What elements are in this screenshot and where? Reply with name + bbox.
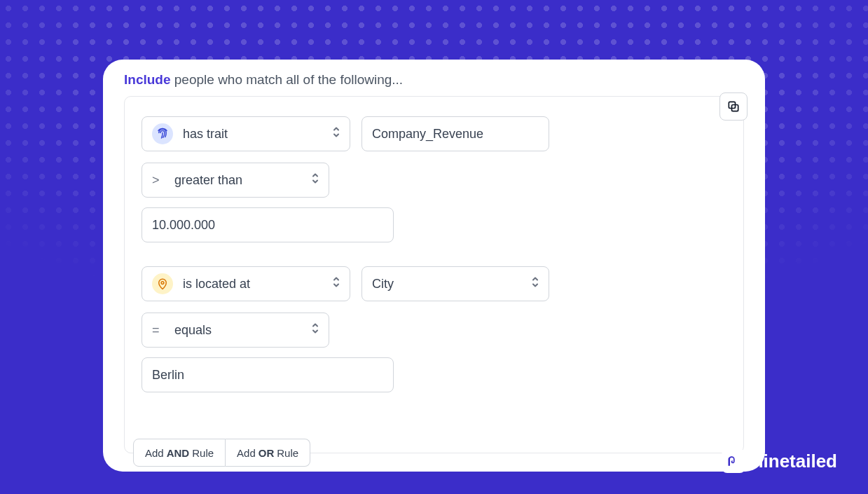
svg-point-2 <box>161 282 164 284</box>
rule-group: has trait Company_Revenue > greater than <box>142 116 726 242</box>
rule-type-select[interactable]: has trait <box>142 116 350 151</box>
chevron-updown-icon <box>331 276 341 292</box>
rule-type-select[interactable]: is located at <box>142 266 350 301</box>
value-input[interactable] <box>142 207 394 242</box>
attribute-select[interactable]: City <box>361 266 549 301</box>
add-or-rule-button[interactable]: Add OR Rule <box>226 439 310 467</box>
chevron-updown-icon <box>310 172 320 188</box>
ninetailed-logo-icon <box>722 449 745 473</box>
rule-header: Include people who match all of the foll… <box>124 72 744 88</box>
operator-select[interactable]: > greater than <box>142 163 329 198</box>
include-label: Include <box>124 72 171 87</box>
attribute-label: Company_Revenue <box>372 127 483 142</box>
brand-footer: ninetailed <box>722 449 837 473</box>
rule-type-label: is located at <box>183 277 250 291</box>
operator-label: equals <box>174 323 212 338</box>
location-icon <box>152 273 173 294</box>
rule-group: is located at City = equals <box>142 266 726 392</box>
rule-value-row <box>142 357 726 392</box>
rule-row: is located at City = equals <box>142 266 726 348</box>
operator-label: greater than <box>174 173 242 188</box>
rules-container: has trait Company_Revenue > greater than <box>124 96 744 453</box>
rule-type-label: has trait <box>183 127 228 142</box>
operator-symbol: = <box>152 323 162 338</box>
operator-select[interactable]: = equals <box>142 313 329 348</box>
copy-icon <box>726 100 740 114</box>
chevron-updown-icon <box>310 322 320 338</box>
rule-builder-card: Include people who match all of the foll… <box>103 60 765 472</box>
header-rest: people who match all of the following... <box>171 72 404 87</box>
copy-button[interactable] <box>719 92 748 121</box>
value-input[interactable] <box>142 357 394 392</box>
rule-row: has trait Company_Revenue > greater than <box>142 116 726 198</box>
chevron-updown-icon <box>331 126 341 142</box>
attribute-label: City <box>372 277 394 291</box>
add-and-rule-button[interactable]: Add AND Rule <box>133 439 226 467</box>
rule-value-row <box>142 207 726 242</box>
attribute-select[interactable]: Company_Revenue <box>361 116 549 151</box>
footer-buttons: Add AND Rule Add OR Rule <box>133 439 310 467</box>
fingerprint-icon <box>152 123 173 144</box>
operator-symbol: > <box>152 173 162 188</box>
chevron-updown-icon <box>530 276 540 292</box>
brand-name: ninetailed <box>752 451 837 472</box>
